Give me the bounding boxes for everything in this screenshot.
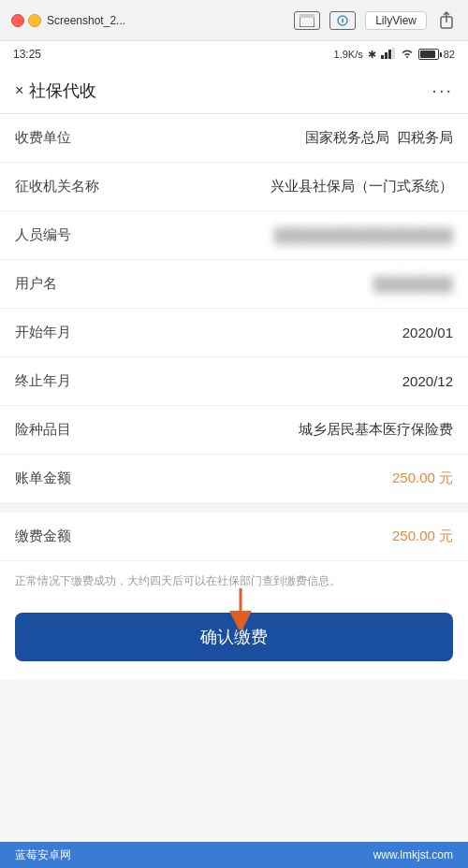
tab-controls: Screenshot_2... — [11, 14, 125, 27]
value-start-date: 2020/01 — [99, 325, 453, 340]
form-row-collection-unit: 收费单位 国家税务总局 四税务局 — [0, 114, 468, 163]
form-row-bill-amount: 账单金额 250.00 元 — [0, 455, 468, 503]
label-payment: 缴费金额 — [15, 528, 99, 545]
label-agency-name: 征收机关名称 — [15, 178, 99, 195]
bluetooth-icon: ✱ — [368, 49, 376, 61]
minimize-dot[interactable] — [28, 14, 41, 27]
tab-icon-1[interactable] — [294, 11, 320, 30]
form-row-payment: 缴费金额 250.00 元 — [0, 513, 468, 561]
form-row-agency-name: 征收机关名称 兴业县社保局（一门式系统） — [0, 163, 468, 211]
label-insurance-type: 险种品目 — [15, 421, 99, 439]
form-row-username: 用户名 ████████ — [0, 260, 468, 309]
phone-status-bar: 13:25 1.9K/s ✱ 82 — [0, 41, 468, 67]
value-username: ████████ — [99, 276, 453, 292]
value-agency-name: 兴业县社保局（一门式系统） — [99, 178, 453, 195]
value-collection-unit: 国家税务总局 四税务局 — [99, 129, 453, 147]
lilyview-button[interactable]: LilyView — [365, 11, 427, 30]
value-end-date: 2020/12 — [99, 373, 453, 389]
close-icon: × — [15, 82, 23, 99]
watermark-left: 蓝莓安卓网 — [15, 847, 71, 863]
status-icons: 1.9K/s ✱ 82 — [334, 48, 455, 61]
close-button[interactable]: × 社保代收 — [15, 80, 96, 102]
wifi-icon — [401, 48, 414, 61]
form-row-person-id: 人员编号 ██████████████████ — [0, 211, 468, 260]
watermark-bar: 蓝莓安卓网 www.lmkjst.com — [0, 842, 468, 868]
svg-rect-6 — [388, 50, 391, 59]
form-section: 收费单位 国家税务总局 四税务局 征收机关名称 兴业县社保局（一门式系统） 人员… — [0, 114, 468, 503]
browser-tab-bar: Screenshot_2... LilyView — [0, 0, 468, 41]
tab-title: Screenshot_2... — [47, 14, 125, 27]
svg-rect-4 — [381, 55, 384, 59]
form-row-insurance-type: 险种品目 城乡居民基本医疗保险费 — [0, 406, 468, 455]
tab-icon-2[interactable] — [329, 11, 356, 30]
value-bill-amount: 250.00 元 — [99, 470, 453, 487]
label-person-id: 人员编号 — [15, 226, 99, 244]
battery-level: 82 — [444, 49, 455, 60]
close-dot[interactable] — [11, 14, 24, 27]
app-header: × 社保代收 ··· — [0, 67, 468, 114]
confirm-wrap: 确认缴费 — [0, 598, 468, 680]
signal-icon — [381, 48, 396, 61]
label-bill-amount: 账单金额 — [15, 470, 99, 487]
label-collection-unit: 收费单位 — [15, 129, 99, 147]
network-speed: 1.9K/s — [334, 49, 363, 60]
payment-section: 缴费金额 250.00 元 正常情况下缴费成功，大约四天后可以在社保部门查到缴费… — [0, 513, 468, 680]
svg-rect-5 — [385, 52, 388, 59]
tab-center: LilyView — [294, 10, 457, 31]
label-end-date: 终止年月 — [15, 372, 99, 390]
svg-rect-1 — [300, 14, 314, 18]
value-person-id: ██████████████████ — [99, 227, 453, 243]
svg-rect-7 — [392, 48, 395, 59]
battery-icon — [418, 49, 439, 60]
label-start-date: 开始年月 — [15, 324, 99, 341]
label-username: 用户名 — [15, 275, 99, 293]
watermark-right: www.lmkjst.com — [373, 848, 453, 861]
clock: 13:25 — [13, 48, 41, 61]
page-title: 社保代收 — [29, 80, 96, 102]
arrow-annotation — [220, 588, 261, 633]
value-payment: 250.00 元 — [99, 528, 453, 545]
form-row-start-date: 开始年月 2020/01 — [0, 309, 468, 357]
value-insurance-type: 城乡居民基本医疗保险费 — [99, 421, 453, 439]
section-divider — [0, 503, 468, 513]
more-button[interactable]: ··· — [431, 80, 453, 101]
share-icon[interactable] — [436, 10, 457, 31]
form-row-end-date: 终止年月 2020/12 — [0, 357, 468, 406]
